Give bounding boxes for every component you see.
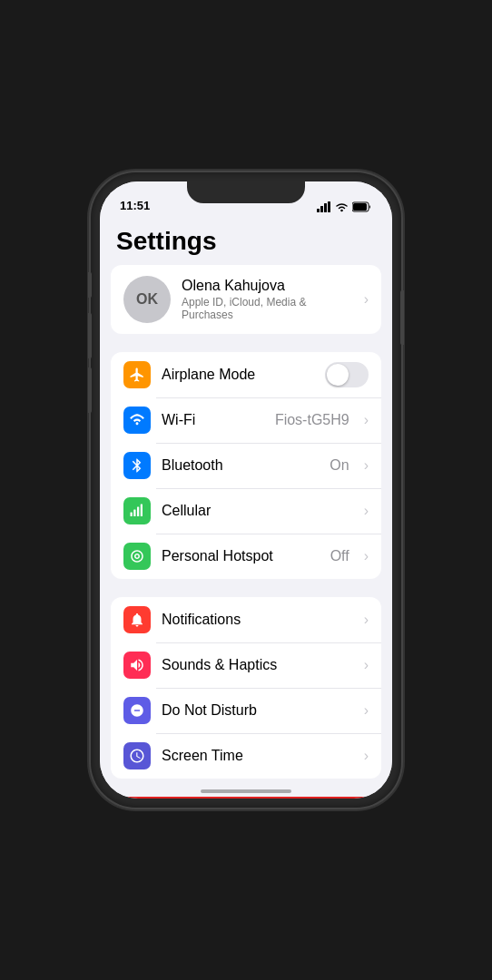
wifi-status-icon — [335, 201, 349, 212]
bluetooth-icon-wrap — [123, 452, 151, 479]
notifications-row[interactable]: Notifications › — [111, 597, 381, 642]
general-group: General › Control Center › — [111, 797, 381, 799]
status-icons — [317, 201, 372, 212]
donotdisturb-icon — [129, 702, 145, 719]
cellular-chevron: › — [364, 503, 369, 519]
phone-frame: 11:51 — [91, 172, 401, 808]
wifi-chevron: › — [364, 412, 369, 428]
sounds-row[interactable]: Sounds & Haptics › — [111, 642, 381, 688]
general-row[interactable]: General › — [111, 797, 381, 799]
hotspot-value: Off — [330, 548, 349, 564]
svg-rect-8 — [133, 510, 135, 517]
svg-point-4 — [340, 210, 342, 211]
bluetooth-value: On — [330, 457, 349, 474]
profile-subtitle: Apple ID, iCloud, Media & Purchases — [182, 296, 353, 321]
home-indicator — [201, 789, 291, 793]
wifi-value: Fios-tG5H9 — [275, 412, 349, 428]
donotdisturb-icon-wrap — [123, 697, 151, 724]
settings-title: Settings — [100, 216, 392, 265]
screentime-chevron: › — [364, 748, 369, 764]
cellular-icon-wrap — [123, 497, 151, 524]
airplane-mode-toggle[interactable] — [325, 362, 369, 387]
hotspot-icon — [129, 548, 145, 564]
cellular-icon — [129, 503, 145, 519]
svg-rect-9 — [137, 507, 139, 517]
hotspot-row[interactable]: Personal Hotspot Off › — [111, 534, 381, 579]
cellular-label: Cellular — [162, 503, 353, 519]
hotspot-chevron: › — [364, 548, 369, 564]
sounds-icon-wrap — [123, 652, 151, 679]
sounds-icon — [129, 657, 145, 673]
notch — [187, 181, 305, 203]
notifications-icon-wrap — [123, 606, 151, 633]
airplane-mode-row[interactable]: Airplane Mode — [111, 352, 381, 397]
profile-chevron: › — [364, 291, 369, 308]
signal-icon — [317, 201, 331, 212]
svg-rect-2 — [324, 203, 327, 212]
wifi-label: Wi-Fi — [162, 412, 264, 428]
status-time: 11:51 — [120, 199, 150, 212]
bluetooth-row[interactable]: Bluetooth On › — [111, 443, 381, 488]
screentime-icon-wrap — [123, 742, 151, 769]
connectivity-group: Airplane Mode Wi-Fi Fios-tG5H9 › — [111, 352, 381, 579]
screentime-label: Screen Time — [162, 748, 353, 764]
hotspot-label: Personal Hotspot — [162, 548, 320, 564]
notifications-label: Notifications — [162, 612, 353, 628]
mute-button — [88, 272, 92, 298]
sounds-label: Sounds & Haptics — [162, 657, 353, 673]
power-button — [400, 290, 404, 345]
settings-scroll-area[interactable]: Settings OK Olena Kahujova Apple ID, iCl… — [100, 216, 392, 799]
bluetooth-icon — [129, 457, 145, 474]
donotdisturb-label: Do Not Disturb — [162, 702, 353, 719]
donotdisturb-chevron: › — [364, 702, 369, 719]
wifi-icon-wrap — [123, 407, 151, 434]
bluetooth-chevron: › — [364, 457, 369, 474]
bluetooth-label: Bluetooth — [162, 457, 319, 474]
airplane-icon — [129, 367, 145, 383]
wifi-icon — [129, 412, 145, 428]
cellular-row[interactable]: Cellular › — [111, 488, 381, 534]
sounds-chevron: › — [364, 657, 369, 673]
profile-avatar: OK — [123, 276, 171, 323]
profile-row[interactable]: OK Olena Kahujova Apple ID, iCloud, Medi… — [111, 265, 381, 334]
svg-rect-1 — [320, 206, 323, 212]
airplane-mode-toggle-knob — [327, 364, 349, 386]
wifi-row[interactable]: Wi-Fi Fios-tG5H9 › — [111, 397, 381, 443]
svg-rect-3 — [328, 201, 330, 212]
donotdisturb-row[interactable]: Do Not Disturb › — [111, 688, 381, 733]
screentime-row[interactable]: Screen Time › — [111, 733, 381, 779]
hotspot-icon-wrap — [123, 543, 151, 570]
svg-rect-0 — [317, 209, 320, 212]
svg-rect-10 — [141, 505, 143, 517]
notifications-chevron: › — [364, 612, 369, 628]
volume-down-button — [88, 368, 92, 413]
svg-rect-6 — [353, 203, 367, 211]
battery-status-icon — [352, 201, 372, 212]
profile-section: OK Olena Kahujova Apple ID, iCloud, Medi… — [111, 265, 381, 334]
volume-up-button — [88, 313, 92, 358]
profile-info: Olena Kahujova Apple ID, iCloud, Media &… — [182, 278, 353, 321]
phone-screen: 11:51 — [100, 181, 392, 799]
airplane-mode-label: Airplane Mode — [162, 367, 314, 383]
airplane-mode-icon-wrap — [123, 361, 151, 388]
screentime-icon — [129, 748, 145, 764]
svg-rect-7 — [131, 513, 133, 517]
notifications-group: Notifications › Sounds & Haptics › — [111, 597, 381, 779]
notifications-icon — [129, 612, 145, 628]
profile-name: Olena Kahujova — [182, 278, 353, 294]
